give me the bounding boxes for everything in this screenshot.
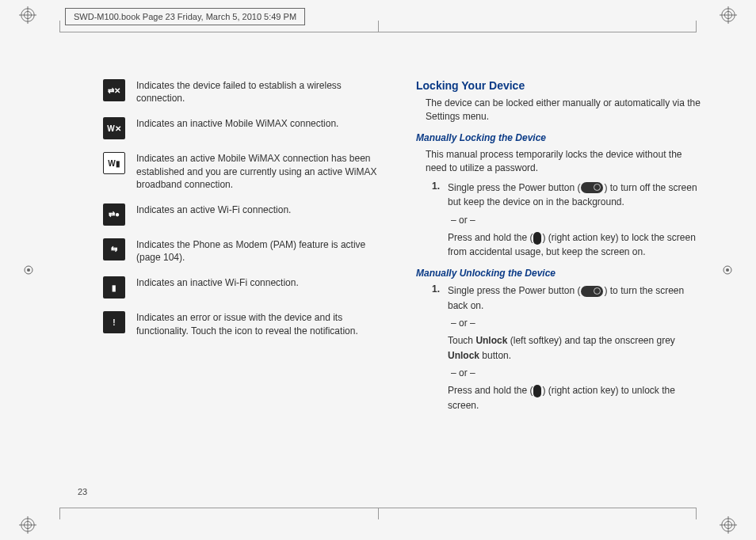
text-fragment: Press and hold the ( [448,232,533,243]
body-text: This manual process temporarily locks th… [416,148,701,176]
crop-tick [378,508,379,519]
page-header: SWD-M100.book Page 23 Friday, March 5, 2… [65,8,305,25]
action-key-icon [533,385,541,397]
step-number: 1. [432,283,440,313]
svg-point-17 [27,268,30,272]
step-item: 1. Touch Unlock (left softkey) and tap t… [432,333,701,363]
icon-row: ▮Indicates an inactive Wi-Fi connection. [103,276,388,299]
wimax-inactive-icon: W✕ [103,117,125,139]
icon-description: Indicates an inactive Wi-Fi connection. [136,276,299,289]
wifi-inactive-icon: ▮ [103,276,125,299]
right-column: Locking Your Device The device can be lo… [416,79,701,477]
icon-description: Indicates an active Mobile WiMAX connect… [136,152,388,191]
icon-description: Indicates an error or issue with the dev… [136,311,388,337]
page-number: 23 [78,487,87,496]
step-text: Press and hold the () (right action key)… [448,383,701,413]
icon-row: W▮Indicates an active Mobile WiMAX conne… [103,152,388,191]
section-heading: Locking Your Device [416,79,701,92]
bold-text: Unlock [448,350,479,361]
wifi-active-icon: ⇄● [103,203,125,226]
text-fragment: Press and hold the ( [448,385,533,396]
icon-row: W✕Indicates an inactive Mobile WiMAX con… [103,117,388,139]
text-fragment: Touch [448,335,475,346]
bold-text: Unlock [475,335,507,346]
icon-description: Indicates an inactive Mobile WiMAX conne… [136,117,338,130]
text-fragment: (left softkey) and tap the onscreen grey [507,335,674,346]
text-fragment: Single press the Power button ( [448,285,580,296]
crop-tick [378,21,379,32]
step-number: 1. [432,181,440,210]
registration-mark-icon [19,516,36,534]
step-text: Single press the Power button () to turn… [448,283,701,313]
left-column: ⇄✕Indicates the device failed to establi… [103,79,388,477]
svg-point-19 [726,268,729,272]
sub-heading: Manually Unlocking the Device [416,268,701,279]
action-key-icon [533,232,541,245]
icon-description: Indicates the Phone as Modem (PAM) featu… [136,238,388,264]
wireless-failed-icon: ⇄✕ [103,79,125,101]
registration-mark-icon [19,6,36,24]
icon-row: ⇄●Indicates an active Wi-Fi connection. [103,203,388,226]
registration-dot-icon [723,265,732,275]
text-fragment: button. [479,350,511,361]
icon-description: Indicates the device failed to establish… [136,79,388,105]
crop-tick [59,508,60,519]
power-button-icon [581,286,603,297]
wimax-active-icon: W▮ [103,152,125,174]
text-fragment: Single press the Power button ( [448,182,580,193]
or-separator: – or – [451,367,701,378]
step-text: Single press the Power button () to turn… [448,181,701,210]
error-icon: ! [103,311,125,333]
power-button-icon [581,182,603,193]
registration-mark-icon [720,516,737,534]
step-item: 1. Press and hold the () (right action k… [432,383,701,413]
step-text: Touch Unlock (left softkey) and tap the … [448,333,701,363]
crop-tick [696,508,697,519]
icon-row: !Indicates an error or issue with the de… [103,311,388,337]
pam-active-icon: ⇆ [103,238,125,260]
icon-row: ⇆Indicates the Phone as Modem (PAM) feat… [103,238,388,264]
icon-description: Indicates an active Wi-Fi connection. [136,203,291,216]
body-text: The device can be locked either manually… [416,97,701,124]
crop-rule [59,32,697,32]
page-body: ⇄✕Indicates the device failed to establi… [103,79,701,477]
step-item: 1. Single press the Power button () to t… [432,181,701,210]
step-text: Press and hold the () (right action key)… [448,230,701,260]
or-separator: – or – [451,215,701,226]
or-separator: – or – [451,318,701,329]
icon-row: ⇄✕Indicates the device failed to establi… [103,79,388,105]
crop-tick [59,21,60,32]
sub-heading: Manually Locking the Device [416,132,701,143]
step-item: 1. Single press the Power button () to t… [432,283,701,313]
registration-mark-icon [720,6,737,24]
registration-dot-icon [24,265,33,275]
step-item: 1. Press and hold the () (right action k… [432,230,701,260]
crop-tick [696,21,697,32]
